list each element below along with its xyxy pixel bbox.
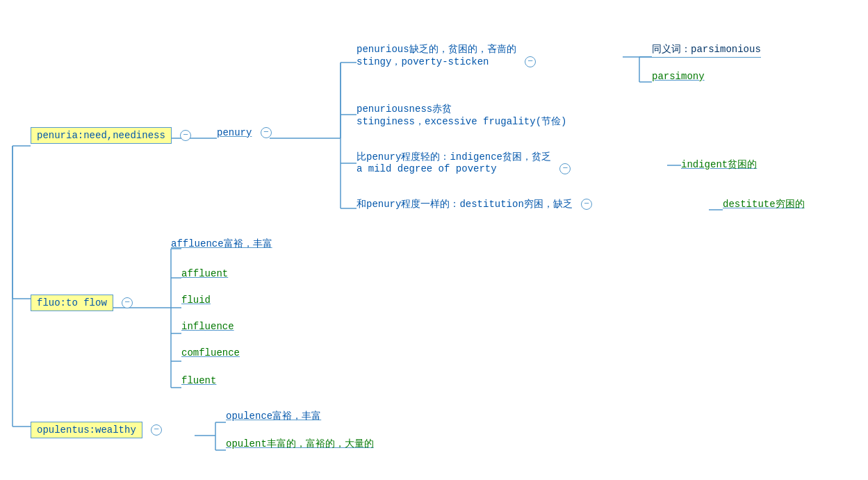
affluence-label: affluence富裕，丰富 [171, 238, 272, 250]
penurious-collapse[interactable]: − [525, 56, 536, 67]
penuriousness-node: penuriousness赤贫stinginess，excessive frug… [357, 103, 566, 128]
fluid-label: fluid [181, 295, 211, 306]
destitution-node: 和penury程度一样的：destitution穷困，缺乏 − [357, 198, 595, 210]
affluent-node: affluent [181, 268, 228, 279]
indigent-label: indigent贫困的 [681, 158, 757, 171]
penurious-label: penurious缺乏的，贫困的，吝啬的stingy，poverty-stick… [357, 43, 516, 68]
penuria-label: penuria:need,neediness [31, 127, 172, 144]
indigence-collapse[interactable]: − [559, 163, 571, 174]
penuria-node: penuria:need,neediness − [31, 127, 194, 144]
penuriousness-label: penuriousness赤贫stinginess，excessive frug… [357, 103, 566, 128]
indigence-node: 比penury程度轻的：indigence贫困，贫乏a mild degree … [357, 151, 573, 174]
penury-label: penury [217, 127, 252, 138]
fluent-node: fluent [181, 375, 216, 386]
fluo-collapse[interactable]: − [122, 297, 133, 308]
parsimony-node: parsimony [652, 71, 705, 82]
penury-collapse[interactable]: − [261, 127, 272, 138]
destitute-label: destitute穷困的 [723, 198, 805, 210]
destitution-collapse[interactable]: − [581, 199, 592, 210]
opulent-node: opulent丰富的，富裕的，大量的 [226, 438, 374, 450]
opulence-label: opulence富裕，丰富 [226, 410, 321, 422]
fluo-node: fluo:to flow − [31, 295, 136, 311]
destitution-label: 和penury程度一样的：destitution穷困，缺乏 [357, 198, 573, 210]
influence-node: influence [181, 321, 234, 332]
synonym-node: 同义词：parsimonious [652, 43, 761, 58]
mind-map: penuria:need,neediness − penury − penuri… [0, 0, 868, 480]
parsimony-label: parsimony [652, 71, 705, 82]
fluent-label: fluent [181, 375, 216, 386]
comfluence-node: comfluence [181, 347, 240, 358]
indigent-node: indigent贫困的 [681, 158, 757, 171]
penury-node: penury − [217, 127, 275, 138]
opulent-label: opulent丰富的，富裕的，大量的 [226, 438, 374, 450]
indigence-label: 比penury程度轻的：indigence贫困，贫乏a mild degree … [357, 151, 551, 174]
synonym-label: 同义词：parsimonious [652, 43, 761, 56]
influence-label: influence [181, 321, 234, 332]
opulence-node: opulence富裕，丰富 [226, 410, 321, 422]
comfluence-label: comfluence [181, 347, 240, 358]
opulentus-label: opulentus:wealthy [31, 422, 142, 438]
affluent-label: affluent [181, 268, 228, 279]
affluence-node: affluence富裕，丰富 [171, 238, 272, 250]
opulentus-collapse[interactable]: − [151, 424, 162, 436]
penuria-collapse[interactable]: − [180, 130, 191, 141]
opulentus-node: opulentus:wealthy − [31, 422, 165, 438]
fluid-node: fluid [181, 295, 211, 306]
connection-lines [0, 0, 868, 480]
penurious-node: penurious缺乏的，贫困的，吝啬的stingy，poverty-stick… [357, 43, 539, 68]
destitute-node: destitute穷困的 [723, 198, 805, 210]
fluo-label: fluo:to flow [31, 295, 113, 311]
